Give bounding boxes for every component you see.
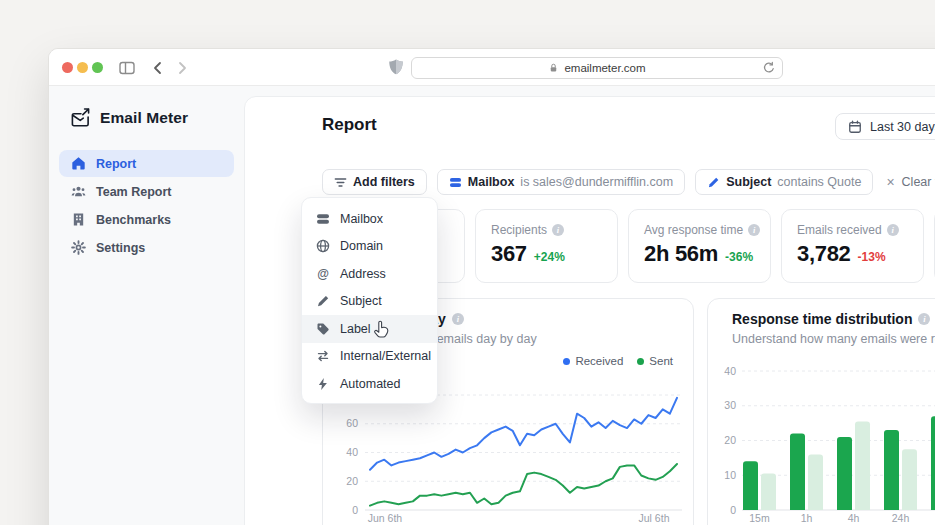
stat-delta: -13% <box>858 250 886 264</box>
minimize-window-button[interactable] <box>77 62 88 73</box>
pencil-icon <box>316 294 330 308</box>
back-button[interactable] <box>149 59 167 77</box>
filter-field: Subject <box>726 175 771 189</box>
home-icon <box>71 156 86 171</box>
svg-text:40: 40 <box>724 365 736 377</box>
add-filters-button[interactable]: Add filters <box>322 169 427 195</box>
filter-condition: contains Quote <box>777 175 861 189</box>
at-icon: @ <box>316 267 330 281</box>
stat-label: Avg response time <box>644 223 743 237</box>
info-icon[interactable]: i <box>748 224 760 236</box>
browser-window: emailmeter.com Email Meter Report <box>48 48 935 525</box>
filter-chip-mailbox[interactable]: Mailbox is sales@dundermifflin.com <box>437 169 685 195</box>
reload-icon[interactable] <box>762 61 776 75</box>
privacy-shield-icon[interactable] <box>387 58 405 76</box>
filter-chip-subject[interactable]: Subject contains Quote <box>695 169 873 195</box>
menu-item-automated[interactable]: Automated <box>302 370 437 398</box>
screenshot-stage: emailmeter.com Email Meter Report <box>0 0 935 525</box>
stat-card-emails-received: Emails receivedi 3,782-13% <box>781 209 924 283</box>
response-time-distribution-card: Response time distributioni Understand h… <box>707 298 935 525</box>
menu-item-domain[interactable]: Domain <box>302 233 437 261</box>
tag-icon <box>316 322 330 336</box>
svg-text:0: 0 <box>352 504 358 516</box>
chart-legend: Received Sent <box>563 355 673 367</box>
menu-item-address[interactable]: @ Address <box>302 260 437 288</box>
menu-item-subject[interactable]: Subject <box>302 288 437 316</box>
svg-text:10: 10 <box>724 469 736 481</box>
close-window-button[interactable] <box>62 62 73 73</box>
info-icon[interactable]: i <box>918 313 930 325</box>
sent-dot-icon <box>637 358 644 365</box>
pencil-icon <box>707 176 720 189</box>
svg-text:4h: 4h <box>848 512 860 524</box>
gear-icon <box>71 240 86 255</box>
filter-field: Mailbox <box>468 175 515 189</box>
close-icon: × <box>886 175 894 189</box>
building-icon <box>71 212 86 227</box>
stat-label: Recipients <box>491 223 547 237</box>
svg-text:Jun 6th: Jun 6th <box>368 512 403 524</box>
browser-titlebar: emailmeter.com <box>49 49 935 86</box>
page-title: Report <box>322 115 377 135</box>
sidebar-item-team-report[interactable]: Team Report <box>59 178 234 205</box>
legend-sent[interactable]: Sent <box>637 355 673 367</box>
menu-item-label[interactable]: Label <box>302 315 437 343</box>
clear-filters-label: Clear filters <box>902 175 935 189</box>
address-bar[interactable]: emailmeter.com <box>411 57 783 79</box>
hand-cursor-icon <box>372 320 391 339</box>
mailbox-icon <box>449 176 462 189</box>
mailbox-icon <box>316 212 330 226</box>
stat-label: Emails received <box>797 223 882 237</box>
sidebar-item-label: Team Report <box>96 185 171 199</box>
forward-button[interactable] <box>173 59 191 77</box>
zoom-window-button[interactable] <box>92 62 103 73</box>
sidebar-item-settings[interactable]: Settings <box>59 234 234 261</box>
app-sidebar: Email Meter Report Team Report Benchmark… <box>49 86 244 525</box>
email-meter-logo-icon <box>70 108 91 128</box>
svg-text:0: 0 <box>730 504 736 516</box>
url-text: emailmeter.com <box>564 62 645 74</box>
add-filters-menu: Mailbox Domain @ Address Subject Label I… <box>301 197 438 404</box>
legend-received[interactable]: Received <box>563 355 623 367</box>
svg-text:1h: 1h <box>801 512 813 524</box>
emails-line-chart[interactable]: 020406080Jun 6thJul 6th <box>337 387 687 525</box>
menu-item-internal-external[interactable]: Internal/External <box>302 343 437 371</box>
sidebar-item-report[interactable]: Report <box>59 150 234 177</box>
menu-item-mailbox[interactable]: Mailbox <box>302 205 437 233</box>
received-dot-icon <box>563 358 570 365</box>
stat-value: 3,782 <box>797 241 851 267</box>
stat-value: 367 <box>491 241 527 267</box>
stat-value: 2h 56m <box>644 241 718 267</box>
add-filters-label: Add filters <box>353 175 415 189</box>
stat-card-avg-response-time: Avg response timei 2h 56m-36% <box>628 209 771 283</box>
stat-delta: -36% <box>725 250 753 264</box>
calendar-icon <box>848 120 862 134</box>
bolt-icon <box>316 377 330 391</box>
swap-arrows-icon <box>316 349 330 363</box>
svg-text:20: 20 <box>346 475 358 487</box>
chart-subtitle: Understand how many emails were replied … <box>732 332 935 346</box>
chart-title: Response time distribution <box>732 311 912 327</box>
sidebar-toggle-icon[interactable] <box>118 59 136 77</box>
filter-bar: Add filters Mailbox is sales@dundermiffl… <box>322 169 935 195</box>
sidebar-item-label: Benchmarks <box>96 213 171 227</box>
lock-icon <box>548 62 559 74</box>
svg-text:20: 20 <box>724 434 736 446</box>
info-icon[interactable]: i <box>452 313 464 325</box>
response-time-bar-chart[interactable]: 01020304015m1h4h24h+24h <box>722 363 935 525</box>
team-icon <box>71 184 86 199</box>
stat-delta: +24% <box>534 250 565 264</box>
sidebar-item-label: Settings <box>96 241 145 255</box>
app-logo[interactable]: Email Meter <box>49 86 244 128</box>
stat-card-recipients: Recipientsi 367+24% <box>475 209 618 283</box>
info-icon[interactable]: i <box>887 224 899 236</box>
date-range-button[interactable]: Last 30 days <box>835 113 935 140</box>
svg-text:Jul 6th: Jul 6th <box>639 512 670 524</box>
clear-filters-button[interactable]: × Clear filters <box>883 175 935 189</box>
globe-icon <box>316 239 330 253</box>
svg-text:30: 30 <box>724 399 736 411</box>
date-range-label: Last 30 days <box>870 120 935 134</box>
svg-text:40: 40 <box>346 446 358 458</box>
info-icon[interactable]: i <box>552 224 564 236</box>
sidebar-item-benchmarks[interactable]: Benchmarks <box>59 206 234 233</box>
